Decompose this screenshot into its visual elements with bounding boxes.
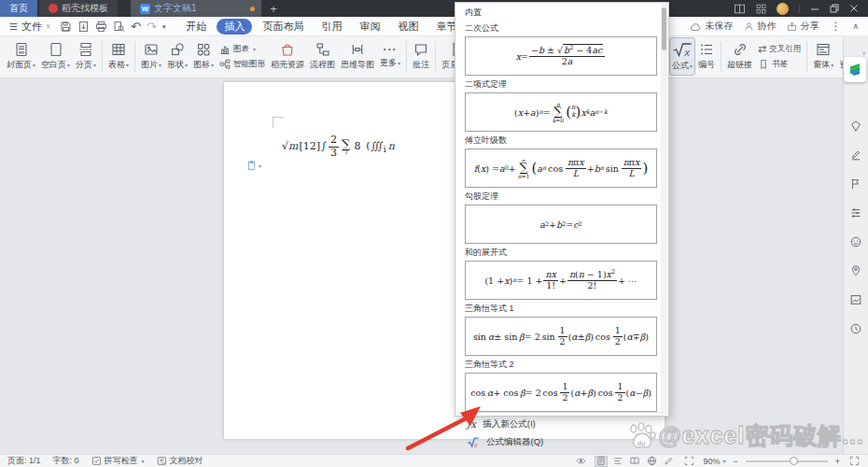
ribbon-more-button[interactable]: ···更多▾	[377, 37, 403, 76]
menu-tab-视图[interactable]: 视图	[390, 19, 426, 35]
save-button[interactable]	[60, 21, 72, 33]
restore-button[interactable]	[830, 4, 839, 13]
formula-section-title: 二次公式	[465, 21, 657, 36]
sidebar-sliders-button[interactable]	[847, 205, 864, 221]
formula-icon: X	[672, 42, 693, 58]
ribbon-comment-button[interactable]: 批注	[410, 37, 432, 76]
ribbon-shapes-button[interactable]: 形状▾	[164, 37, 190, 76]
ribbon-smartart-button[interactable]: 智能图形	[219, 59, 265, 70]
menu-tab-插入[interactable]: 插入	[217, 19, 252, 35]
ribbon-label: 窗体▾	[813, 59, 833, 71]
ribbon-chart-button[interactable]: 图表▾	[219, 44, 265, 55]
status-spellcheck[interactable]: 拼写检查▾	[91, 455, 145, 467]
ribbon-formula-button[interactable]: X公式▾	[669, 37, 695, 76]
ribbon-flowchart-button[interactable]: 流程图	[307, 37, 338, 76]
proofread-icon	[157, 456, 167, 466]
panel-header: 内置	[455, 3, 668, 20]
zoom-slider[interactable]	[746, 460, 828, 462]
menu-tab-开始[interactable]: 开始	[178, 19, 214, 35]
export-button[interactable]	[77, 21, 90, 33]
status-label: 字数: 0	[53, 455, 79, 467]
sidebar-smiley-button[interactable]	[847, 234, 864, 250]
zoom-out-button[interactable]: −	[733, 457, 737, 466]
new-tab-button[interactable]: +	[261, 0, 286, 17]
ribbon-label: 封面页▾	[7, 59, 35, 71]
toolbar-more-icon: ▾	[162, 23, 166, 30]
book-view-button[interactable]	[628, 456, 641, 467]
avatar[interactable]	[777, 3, 789, 15]
zoom-slider-knob[interactable]	[790, 457, 798, 465]
formula-option-6[interactable]: sin α ± sin β = 2 sin 12(α ± β) cos 12(α…	[465, 317, 657, 356]
hamburger-icon: ☰	[9, 21, 18, 32]
toolbar-more-button[interactable]: ▾	[162, 23, 166, 30]
workspace-grid-icon[interactable]	[756, 4, 766, 14]
ribbon-mindmap-button[interactable]: 思维导图	[338, 37, 377, 76]
redo-button[interactable]: ↷	[147, 21, 157, 33]
zoom-level[interactable]: 90%▾	[703, 457, 725, 466]
formula-option-2[interactable]: (x + a)n = n∑k=0(nk)xkan−k	[465, 92, 657, 132]
formula-option-1[interactable]: x = −b ± √b2 − 4ac2a	[465, 36, 657, 76]
ribbon-label: 形状▾	[167, 59, 188, 71]
ribbon-bookmark-button[interactable]: 书签	[758, 59, 801, 70]
document-formula[interactable]: √m [12] ∫ 23∑i 8 ( ∭i n	[282, 134, 395, 159]
ribbon-page-break-button[interactable]: 分页▾	[73, 37, 99, 76]
collaborate-button[interactable]: 协作	[744, 20, 776, 33]
ribbon-cover-page-button[interactable]: 封面页▾	[4, 37, 38, 76]
ink-pen-button[interactable]	[662, 456, 675, 467]
ribbon-docer-button[interactable]: 稻壳资源	[268, 37, 307, 76]
print-button[interactable]	[95, 21, 107, 33]
sidebar-pen-button[interactable]	[847, 147, 864, 163]
ribbon-form-button[interactable]: 窗体▾	[810, 37, 836, 76]
minimize-button[interactable]	[810, 4, 819, 13]
smiley-icon	[849, 235, 862, 248]
split-screen-icon[interactable]	[734, 4, 746, 14]
zoom-in-button[interactable]: +	[835, 457, 840, 466]
sidebar-flag-button[interactable]	[847, 176, 864, 192]
formula-option-3[interactable]: f(x) = a0 + ∞∑n=1(an cos nπxL + bn sin n…	[465, 149, 657, 188]
tab-document[interactable]: W 文字文稿1	[131, 0, 261, 17]
wps-assistant-button[interactable]	[844, 57, 866, 82]
menu-tab-页面布局[interactable]: 页面布局	[255, 19, 311, 35]
sidebar-pin-button[interactable]	[847, 262, 864, 279]
tab-home[interactable]: 首页	[0, 0, 37, 17]
ribbon-hyperlink-button[interactable]: 超链接	[724, 37, 755, 76]
close-button[interactable]	[849, 4, 859, 13]
share-button[interactable]: 分享	[787, 20, 819, 33]
share-icon	[787, 21, 797, 32]
ribbon-stack: 图表▾智能图形	[217, 37, 268, 76]
ribbon-icon-set-button[interactable]: 图标▾	[190, 37, 217, 76]
fit-page-icon[interactable]	[682, 456, 695, 467]
smartart-icon	[219, 59, 231, 70]
file-menu-button[interactable]: ☰ 文件 ∨	[0, 20, 58, 34]
flag-icon	[849, 177, 862, 191]
menu-tab-引用[interactable]: 引用	[314, 19, 349, 35]
tab-docer-template[interactable]: 稻壳找模板	[39, 0, 118, 17]
page-view-button[interactable]	[595, 456, 608, 467]
ribbon-cross-ref-button[interactable]: ⇄交叉引用	[758, 44, 801, 55]
ribbon-numbering-button[interactable]: 编号	[695, 37, 718, 76]
sidebar-picture-frame-button[interactable]	[847, 291, 864, 308]
more-options-icon[interactable]: ⋮	[830, 21, 841, 32]
panel-scrollbar-thumb[interactable]	[662, 7, 666, 50]
eye-protection-icon[interactable]	[574, 456, 587, 467]
ribbon-picture-button[interactable]: 图片▾	[138, 37, 164, 76]
formula-option-7[interactable]: cos α + cos β = 2 cos 12(α + β) cos 12(α…	[465, 373, 657, 412]
outline-view-button[interactable]	[611, 456, 624, 467]
collapse-ribbon-icon[interactable]: ∧	[852, 22, 859, 31]
paste-options-button[interactable]: ▾	[246, 160, 261, 171]
sidebar-diamond-button[interactable]	[847, 118, 864, 134]
save-status[interactable]: 未保存	[690, 20, 733, 33]
sidebar-clock-button[interactable]	[847, 320, 864, 337]
menu-tab-审阅[interactable]: 审阅	[352, 19, 387, 35]
formula-option-4[interactable]: a2 + b2 = c2	[465, 205, 657, 244]
ribbon-table-button[interactable]: 表格▾	[105, 37, 132, 76]
undo-button[interactable]: ↶	[131, 21, 141, 33]
web-view-button[interactable]	[645, 456, 658, 467]
formula-option-5[interactable]: (1 + x)n = 1 + nx1! + n(n − 1)x22! + ⋯	[465, 261, 657, 300]
fullscreen-icon[interactable]	[847, 456, 861, 467]
status-proofread[interactable]: 文档校对	[157, 455, 203, 467]
panel-scrollbar[interactable]	[661, 4, 667, 415]
print-preview-button[interactable]	[113, 21, 125, 33]
ribbon-blank-page-button[interactable]: 空白页▾	[38, 37, 73, 76]
ribbon-resource-folder-button[interactable]: 资源夹	[836, 37, 843, 76]
